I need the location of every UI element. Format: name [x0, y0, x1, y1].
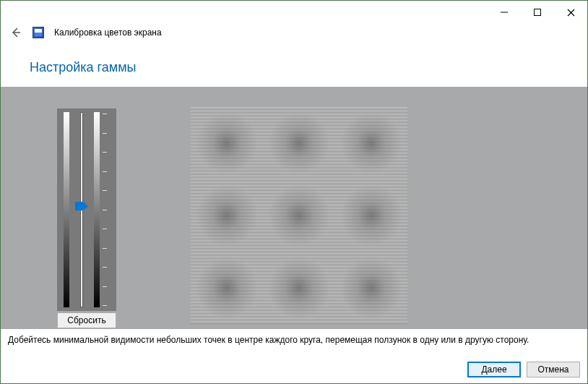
calibration-area: Сбросить [1, 87, 587, 329]
gamma-cell [335, 179, 407, 252]
gamma-slider[interactable] [72, 112, 91, 307]
window-titlebar [1, 1, 587, 22]
app-icon [33, 27, 44, 38]
slider-thumb[interactable] [75, 202, 88, 210]
next-button[interactable]: Далее [467, 362, 521, 377]
cancel-button[interactable]: Отмена [527, 362, 580, 377]
minimize-button[interactable] [488, 2, 521, 22]
gamma-cell [191, 107, 263, 179]
reset-button[interactable]: Сбросить [57, 312, 116, 328]
window-title: Калибровка цветов экрана [54, 27, 162, 38]
gamma-slider-panel [57, 108, 116, 311]
gradient-preview-right [94, 112, 100, 307]
gamma-cell [263, 107, 335, 179]
slider-ticks [103, 112, 110, 307]
gamma-cell [263, 252, 335, 324]
gamma-cell [335, 107, 407, 179]
gradient-preview-left [64, 112, 69, 307]
back-button[interactable] [9, 26, 22, 39]
gamma-cell [191, 179, 263, 252]
gamma-cell [335, 252, 407, 324]
gamma-sample-grid [191, 107, 407, 324]
close-button[interactable] [554, 2, 587, 22]
maximize-button[interactable] [521, 2, 554, 22]
page-heading: Настройка гаммы [1, 43, 587, 87]
svg-rect-1 [535, 9, 541, 16]
gamma-cell [263, 179, 335, 252]
gamma-cell [191, 252, 263, 324]
instruction-text: Добейтесь минимальной видимости небольши… [1, 329, 587, 345]
